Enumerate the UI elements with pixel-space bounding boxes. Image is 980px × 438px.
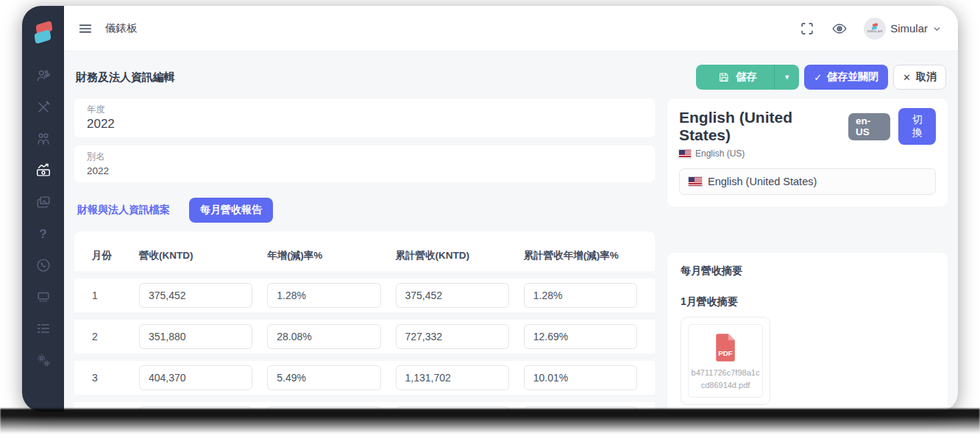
save-label: 儲存 [736, 71, 756, 84]
save-dropdown-caret[interactable]: ▼ [774, 65, 799, 90]
topbar-actions: SIMULAR Simular [799, 18, 942, 40]
year-label: 年度 [87, 104, 642, 116]
alias-field[interactable]: 別名 2022 [74, 146, 655, 182]
tab-monthly-revenue[interactable]: 每月營收報告 [189, 198, 273, 223]
gallery-icon[interactable] [35, 194, 52, 210]
us-flag-icon [679, 150, 691, 158]
header-yoy-rate: 年增(減)率% [267, 249, 380, 262]
topbar: 儀錶板 SIMULAR Simular [64, 6, 958, 51]
month-cell: 2 [92, 331, 124, 342]
pdf-file-name: b4711726c7f98a1ccd86914d.pdf [689, 367, 761, 391]
cumulative-revenue-input[interactable] [396, 324, 509, 349]
page-title: 財務及法人資訊編輯 [76, 71, 175, 85]
cumulative-revenue-input[interactable] [396, 365, 509, 390]
help-icon[interactable]: ? [35, 226, 52, 242]
month1-summary-title: 1月營收摘要 [681, 295, 934, 309]
chevron-down-icon [932, 24, 942, 33]
switch-locale-button[interactable]: 切換 [898, 108, 936, 145]
cumulative-yoy-rate-input[interactable] [524, 406, 637, 412]
current-locale-label: English (US) [695, 148, 745, 159]
alias-value: 2022 [87, 165, 642, 176]
locale-option-label: English (United States) [708, 176, 817, 187]
save-floppy-icon [718, 71, 730, 83]
page-header: 財務及法人資訊編輯 儲存 ▼ ✓ 儲存並關閉 ✕ [76, 65, 946, 90]
hamburger-menu-icon[interactable] [77, 21, 93, 37]
summary-title: 每月營收摘要 [681, 265, 934, 278]
devices-icon[interactable] [35, 289, 52, 305]
table-row: 2 [92, 320, 637, 353]
locale-code-badge: en-US [848, 113, 890, 140]
table-header-row: 月份 營收(KNTD) 年增(減)率% 累計營收(KNTD) 累計營收年增(減)… [92, 240, 637, 271]
revenue-input[interactable] [139, 365, 252, 390]
header-cumulative-yoy-rate: 累計營收年增(減)率% [524, 249, 637, 262]
design-tools-icon[interactable] [35, 99, 52, 115]
pdf-attachment[interactable]: PDF b4711726c7f98a1ccd86914d.pdf [681, 317, 770, 405]
contact-phone-icon[interactable] [35, 257, 52, 273]
header-month: 月份 [92, 249, 124, 262]
locale-option[interactable]: English (United States) [679, 168, 936, 195]
main-area: 儀錶板 SIMULAR Simular [64, 6, 958, 412]
app-logo [30, 21, 57, 49]
cumulative-yoy-rate-input[interactable] [524, 283, 637, 308]
tab-financial-files[interactable]: 財報與法人資訊檔案 [77, 204, 170, 217]
current-locale: English (US) [679, 148, 936, 159]
table-row: 3 [92, 361, 637, 395]
settings-gears-icon[interactable] [35, 352, 52, 368]
user-menu[interactable]: SIMULAR Simular [864, 18, 942, 40]
month-cell: 1 [92, 290, 124, 301]
row-divider [74, 353, 655, 361]
row-divider [74, 312, 655, 320]
revenue-input[interactable] [139, 406, 252, 412]
list-icon[interactable] [35, 320, 52, 337]
form-column: 年度 2022 別名 2022 財報與法人資訊檔案 每月營收報告 月份 [74, 98, 655, 412]
close-icon: ✕ [903, 73, 911, 82]
table-row: 1 [92, 279, 637, 312]
app-window: ? 儀錶板 [22, 6, 958, 412]
year-value: 2022 [87, 117, 642, 132]
yoy-rate-input[interactable] [267, 324, 380, 349]
row-divider [74, 271, 655, 279]
year-field[interactable]: 年度 2022 [74, 98, 655, 137]
check-icon: ✓ [814, 73, 822, 82]
screenshot-cutoff-band [0, 409, 980, 434]
revenue-input[interactable] [139, 324, 252, 349]
yoy-rate-input[interactable] [267, 365, 380, 390]
avatar-logo-icon [871, 24, 878, 29]
save-close-button[interactable]: ✓ 儲存並關閉 [804, 65, 888, 90]
table-row: 4 [92, 402, 637, 412]
revenue-input[interactable] [139, 283, 252, 308]
save-close-label: 儲存並關閉 [827, 71, 878, 84]
cumulative-yoy-rate-input[interactable] [524, 324, 637, 349]
us-flag-icon [689, 177, 702, 186]
header-revenue: 營收(KNTD) [139, 249, 252, 262]
locale-card: English (United States) en-US 切換 English… [667, 98, 948, 207]
monthly-revenue-table: 月份 營收(KNTD) 年增(減)率% 累計營收(KNTD) 累計營收年增(減)… [74, 231, 655, 412]
alias-label: 別名 [87, 151, 642, 163]
cumulative-yoy-rate-input[interactable] [524, 365, 637, 390]
locale-title: English (United States) [679, 109, 840, 144]
sidebar-nav: ? [35, 68, 52, 368]
save-button[interactable]: 儲存 ▼ [696, 65, 799, 90]
people-icon[interactable] [35, 131, 52, 147]
header-actions: 儲存 ▼ ✓ 儲存並關閉 ✕ 取消 [696, 65, 946, 90]
header-cumulative-revenue: 累計營收(KNTD) [396, 249, 509, 262]
sidebar: ? [22, 6, 64, 412]
yoy-rate-input[interactable] [267, 406, 380, 412]
monthly-summary-card: 每月營收摘要 1月營收摘要 PDF b4711726c7f98a1ccd8691… [667, 253, 948, 412]
cancel-button[interactable]: ✕ 取消 [893, 65, 946, 90]
yoy-rate-input[interactable] [267, 283, 380, 308]
cancel-label: 取消 [916, 71, 937, 84]
users-group-icon[interactable] [35, 68, 52, 84]
cumulative-revenue-input[interactable] [396, 406, 509, 412]
avatar: SIMULAR [864, 18, 886, 40]
user-name: Simular [890, 22, 928, 35]
eye-icon[interactable] [831, 21, 848, 37]
side-panel: English (United States) en-US 切換 English… [667, 98, 948, 412]
fullscreen-icon[interactable] [799, 21, 815, 37]
pdf-label: PDF [718, 349, 733, 357]
cumulative-revenue-input[interactable] [396, 283, 509, 308]
month-cell: 3 [92, 372, 124, 384]
revenue-chart-icon[interactable] [35, 162, 52, 179]
tab-bar: 財報與法人資訊檔案 每月營收報告 [77, 198, 652, 223]
pdf-file-icon: PDF [712, 332, 739, 363]
